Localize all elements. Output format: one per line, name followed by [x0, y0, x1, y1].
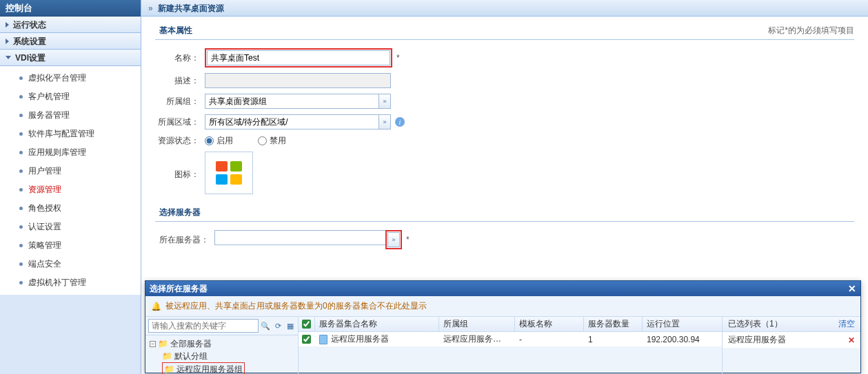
combo-trigger-icon[interactable]: » — [387, 232, 400, 247]
cell: 远程应用服务器 — [331, 333, 389, 345]
tree-node-root[interactable]: − 📁 全部服务器 — [150, 337, 294, 350]
bullet-icon — [19, 132, 23, 136]
sidebar-item[interactable]: 软件库与配置管理 — [0, 125, 141, 143]
server-tree[interactable]: − 📁 全部服务器 📁 默认分组 📁 远程应用服务器组 — [145, 335, 298, 374]
col-header[interactable]: 模板名称 — [515, 317, 584, 331]
chevron-down-icon — [6, 56, 11, 59]
bullet-icon — [19, 188, 23, 191]
info-icon[interactable]: i — [395, 117, 405, 127]
status-label: 资源状态： — [155, 135, 199, 147]
chevron-right-icon — [6, 39, 9, 44]
region-input[interactable] — [205, 114, 379, 129]
status-enable-radio[interactable]: 启用 — [205, 135, 233, 147]
section-label: 选择服务器 — [155, 207, 201, 218]
sidebar-item[interactable]: 服务器管理 — [0, 106, 141, 125]
selected-title: 已选列表（1） — [728, 318, 783, 330]
refresh-icon[interactable]: ⟳ — [273, 320, 283, 331]
bullet-icon — [19, 244, 23, 247]
col-header[interactable]: 服务器数量 — [584, 317, 643, 331]
nav-item-label: 资源管理 — [28, 184, 61, 196]
tree-node-remote-app[interactable]: 📁 远程应用服务器组 — [162, 362, 245, 374]
bullet-icon — [19, 151, 23, 154]
col-header[interactable]: 服务器集合名称 — [315, 317, 439, 331]
icon-label: 图标： — [155, 169, 199, 180]
combo-trigger-icon[interactable]: » — [379, 94, 391, 109]
sidebar-item[interactable]: 虚拟化平台管理 — [0, 69, 141, 87]
list-item[interactable]: 远程应用服务器 ✕ — [723, 332, 860, 348]
sidebar-item[interactable]: 策略管理 — [0, 236, 141, 255]
server-picker-dialog: 选择所在服务器 ✕ 🔔 被远程应用、共享桌面占用或服务器数量为0的服务器集合不在… — [145, 280, 861, 373]
group-combo[interactable]: » — [205, 94, 391, 109]
status-disable-radio[interactable]: 禁用 — [258, 135, 286, 147]
breadcrumb-arrow-icon: » — [148, 3, 153, 13]
dialog-warning: 🔔 被远程应用、共享桌面占用或服务器数量为0的服务器集合不在此处显示 — [145, 296, 860, 317]
server-input[interactable] — [214, 230, 385, 245]
group-input[interactable] — [205, 94, 379, 109]
tree-label: 远程应用服务器组 — [176, 363, 243, 374]
cell: 远程应用服务… — [439, 332, 515, 346]
tree-label: 全部服务器 — [170, 337, 212, 350]
sidebar: 控制台 运行状态 系统设置 VDI设置 虚拟化平台管理客户机管理服务器管理软件库… — [0, 0, 141, 374]
server-label: 所在服务器： — [155, 234, 209, 246]
icon-picker[interactable] — [205, 152, 253, 194]
nav-item-label: 端点安全 — [28, 258, 61, 270]
nav-section-vdi[interactable]: VDI设置 — [0, 50, 141, 66]
search-icon[interactable]: 🔍 — [261, 320, 271, 331]
expand-all-icon[interactable]: ▦ — [285, 320, 295, 331]
grid-header: 服务器集合名称 所属组 模板名称 服务器数量 运行位置 — [299, 317, 722, 332]
remove-icon[interactable]: ✕ — [848, 335, 855, 345]
highlight-box: » — [385, 230, 402, 249]
desc-label: 描述： — [155, 75, 199, 87]
required-note: 标记*的为必须填写项目 — [768, 25, 854, 37]
table-row[interactable]: 远程应用服务器 远程应用服务… - 1 192.200.30.94 — [299, 332, 722, 347]
region-combo[interactable]: » — [205, 114, 391, 129]
server-icon — [319, 335, 327, 344]
nav-item-label: 用户管理 — [28, 165, 61, 177]
dialog-titlebar[interactable]: 选择所在服务器 ✕ — [145, 281, 860, 296]
dialog-title: 选择所在服务器 — [150, 281, 208, 296]
sidebar-item[interactable]: 客户机管理 — [0, 87, 141, 106]
region-label: 所属区域： — [155, 116, 199, 128]
nav-item-label: 虚拟机补丁管理 — [28, 277, 86, 289]
sidebar-item[interactable]: 用户管理 — [0, 162, 141, 180]
server-combo[interactable]: » — [214, 230, 402, 249]
server-grid: 服务器集合名称 所属组 模板名称 服务器数量 运行位置 远程应用服务器 远程应用… — [299, 317, 723, 374]
nav-item-label: 认证设置 — [28, 221, 61, 233]
sidebar-item[interactable]: 资源管理 — [0, 180, 141, 199]
console-title: 控制台 — [0, 0, 141, 17]
name-input[interactable] — [207, 50, 390, 65]
folder-icon: 📁 — [162, 350, 172, 362]
nav-section-label: 系统设置 — [13, 33, 46, 50]
sidebar-item[interactable]: 角色授权 — [0, 199, 141, 218]
nav-item-label: 应用规则库管理 — [28, 147, 86, 158]
tree-node-default[interactable]: 📁 默认分组 — [150, 350, 294, 362]
close-icon[interactable]: ✕ — [848, 281, 856, 296]
row-checkbox[interactable] — [302, 335, 311, 344]
sidebar-item[interactable]: 虚拟机补丁管理 — [0, 273, 141, 292]
sidebar-item[interactable]: 应用规则库管理 — [0, 143, 141, 162]
desc-input[interactable] — [205, 73, 391, 88]
required-mark: * — [396, 53, 400, 63]
sidebar-item[interactable]: 端点安全 — [0, 255, 141, 273]
col-header[interactable]: 所属组 — [439, 317, 515, 331]
search-input[interactable] — [148, 319, 259, 333]
name-label: 名称： — [155, 52, 199, 64]
clear-button[interactable]: 清空 — [838, 318, 855, 330]
section-label: 基本属性 — [155, 25, 192, 37]
chevron-right-icon — [6, 22, 9, 28]
nav-section-system[interactable]: 系统设置 — [0, 33, 141, 50]
select-all-checkbox[interactable] — [302, 320, 311, 329]
combo-trigger-icon[interactable]: » — [379, 114, 391, 129]
selected-item-label: 远程应用服务器 — [728, 334, 786, 346]
col-header[interactable]: 运行位置 — [643, 317, 722, 331]
cell: 1 — [584, 332, 643, 346]
bullet-icon — [19, 95, 23, 98]
bullet-icon — [19, 281, 23, 284]
sidebar-item[interactable]: 认证设置 — [0, 218, 141, 236]
breadcrumb: » 新建共享桌面资源 — [141, 0, 868, 17]
tree-panel: 🔍 ⟳ ▦ − 📁 全部服务器 📁 默认分组 📁 远程应用服务器组 — [145, 317, 299, 374]
nav-section-runtime[interactable]: 运行状态 — [0, 17, 141, 33]
collapse-icon[interactable]: − — [150, 341, 156, 347]
highlight-box — [205, 48, 392, 67]
nav-item-label: 软件库与配置管理 — [28, 128, 94, 140]
